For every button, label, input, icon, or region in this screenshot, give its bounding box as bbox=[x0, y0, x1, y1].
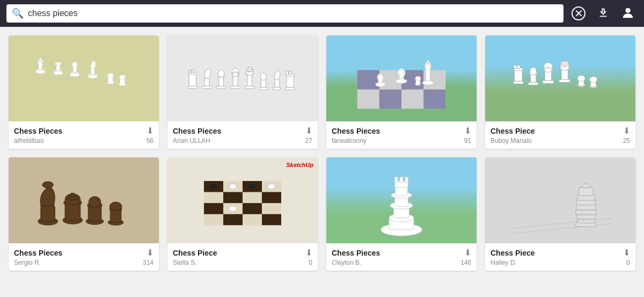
svg-point-10 bbox=[54, 71, 63, 75]
card-7-download[interactable]: ⬇ bbox=[464, 248, 471, 258]
card-2-title: Chess Pieces bbox=[173, 127, 221, 135]
svg-rect-81 bbox=[514, 81, 524, 84]
svg-rect-40 bbox=[233, 75, 238, 86]
svg-rect-58 bbox=[287, 75, 294, 87]
svg-point-44 bbox=[235, 71, 236, 73]
svg-rect-130 bbox=[262, 192, 281, 204]
card-6-title: Chess Piece bbox=[173, 249, 217, 257]
card-7-author: Clayton B. bbox=[332, 259, 361, 266]
card-6-info: Chess Piece ⬇ Stella S. 0 bbox=[167, 243, 318, 271]
svg-rect-133 bbox=[223, 214, 243, 226]
svg-point-121 bbox=[89, 197, 101, 208]
card-1[interactable]: Chess Pieces ⬇ alfrebilbao 56 bbox=[9, 35, 159, 149]
svg-point-43 bbox=[232, 72, 234, 74]
svg-rect-55 bbox=[272, 88, 281, 90]
card-6-thumbnail: SketchUp bbox=[167, 157, 318, 243]
user-icon bbox=[620, 5, 635, 22]
svg-rect-35 bbox=[216, 86, 226, 88]
svg-point-108 bbox=[590, 76, 597, 82]
svg-point-89 bbox=[530, 67, 536, 75]
svg-point-6 bbox=[35, 70, 45, 74]
sketchup-badge: SketchUp bbox=[286, 162, 313, 168]
svg-rect-39 bbox=[231, 86, 240, 88]
svg-point-69 bbox=[396, 79, 407, 83]
svg-point-139 bbox=[229, 206, 237, 211]
card-4[interactable]: Chess Piece ⬇ Buboy Manalo 25 bbox=[485, 35, 635, 149]
svg-rect-159 bbox=[577, 200, 596, 205]
svg-point-72 bbox=[376, 82, 386, 86]
svg-rect-90 bbox=[543, 81, 554, 83]
card-8-download[interactable]: ⬇ bbox=[623, 248, 630, 258]
svg-rect-2 bbox=[39, 62, 42, 69]
card-1-title: Chess Pieces bbox=[14, 127, 62, 135]
svg-rect-157 bbox=[576, 209, 596, 214]
card-7-count: 146 bbox=[460, 259, 471, 266]
card-5-download[interactable]: ⬇ bbox=[147, 248, 153, 258]
svg-rect-150 bbox=[400, 177, 403, 183]
card-3-author: farwalironny bbox=[332, 137, 367, 144]
card-3-thumbnail bbox=[326, 35, 477, 121]
svg-point-27 bbox=[119, 75, 125, 79]
header: 🔍 ✕ bbox=[0, 0, 644, 27]
card-1-download[interactable]: ⬇ bbox=[147, 126, 153, 136]
card-3-count: 91 bbox=[464, 137, 471, 144]
card-5-thumbnail bbox=[9, 157, 159, 243]
svg-point-111 bbox=[42, 182, 54, 188]
card-3-info: Chess Pieces ⬇ farwalironny 91 bbox=[326, 121, 477, 149]
card-3[interactable]: Chess Pieces ⬇ farwalironny 91 bbox=[326, 35, 477, 149]
svg-point-13 bbox=[58, 62, 61, 64]
svg-rect-117 bbox=[68, 197, 77, 199]
card-7-thumbnail bbox=[326, 157, 477, 243]
card-5-count: 314 bbox=[143, 259, 153, 266]
svg-point-138 bbox=[268, 184, 275, 189]
card-2-info: Chess Pieces ⬇ Arian ULLAH 27 bbox=[167, 121, 318, 149]
card-4-count: 25 bbox=[623, 137, 630, 144]
card-4-download[interactable]: ⬇ bbox=[623, 126, 630, 136]
svg-rect-79 bbox=[425, 62, 430, 64]
card-6[interactable]: SketchUp bbox=[167, 157, 318, 271]
card-4-info: Chess Piece ⬇ Buboy Manalo 25 bbox=[485, 121, 635, 149]
svg-point-96 bbox=[550, 68, 552, 70]
card-5[interactable]: Chess Pieces ⬇ Sergio R. 314 bbox=[9, 157, 159, 271]
svg-rect-86 bbox=[528, 82, 538, 85]
card-8-count: 0 bbox=[626, 259, 630, 266]
card-6-count: 0 bbox=[309, 259, 312, 266]
svg-rect-29 bbox=[189, 74, 196, 86]
clear-button[interactable]: ✕ bbox=[569, 4, 588, 23]
svg-rect-32 bbox=[192, 70, 194, 73]
card-8[interactable]: Chess Piece ⬇ Hailey D. 0 bbox=[485, 157, 635, 271]
svg-rect-36 bbox=[219, 77, 224, 86]
svg-rect-56 bbox=[275, 79, 280, 87]
svg-point-18 bbox=[70, 73, 80, 77]
svg-rect-65 bbox=[379, 90, 401, 109]
svg-rect-134 bbox=[262, 214, 281, 226]
card-6-download[interactable]: ⬇ bbox=[305, 248, 312, 258]
card-5-author: Sergio R. bbox=[14, 259, 41, 266]
card-2-author: Arian ULLAH bbox=[173, 137, 210, 144]
svg-rect-82 bbox=[515, 70, 522, 82]
svg-rect-110 bbox=[41, 206, 55, 221]
card-3-download[interactable]: ⬇ bbox=[464, 126, 471, 136]
card-2[interactable]: Chess Pieces ⬇ Arian ULLAH 27 bbox=[167, 35, 318, 149]
card-5-title: Chess Pieces bbox=[14, 249, 62, 257]
svg-point-95 bbox=[547, 67, 550, 69]
svg-rect-51 bbox=[247, 69, 253, 71]
svg-point-45 bbox=[237, 72, 238, 74]
card-4-thumbnail bbox=[485, 35, 635, 121]
upload-button[interactable] bbox=[594, 4, 613, 23]
svg-rect-34 bbox=[204, 78, 209, 86]
search-input[interactable] bbox=[28, 9, 558, 18]
card-1-count: 56 bbox=[147, 137, 153, 144]
card-8-author: Hailey D. bbox=[491, 259, 517, 266]
user-button[interactable] bbox=[618, 4, 638, 23]
svg-rect-85 bbox=[517, 65, 520, 68]
svg-rect-102 bbox=[561, 64, 568, 66]
svg-rect-46 bbox=[245, 86, 254, 88]
card-7[interactable]: Chess Pieces ⬇ Clayton B. 146 bbox=[326, 157, 477, 271]
card-2-download[interactable]: ⬇ bbox=[305, 126, 312, 136]
svg-point-75 bbox=[415, 76, 421, 81]
card-5-info: Chess Pieces ⬇ Sergio R. 314 bbox=[9, 243, 159, 271]
svg-rect-8 bbox=[56, 65, 60, 71]
svg-rect-119 bbox=[88, 206, 101, 221]
svg-rect-84 bbox=[514, 65, 517, 68]
